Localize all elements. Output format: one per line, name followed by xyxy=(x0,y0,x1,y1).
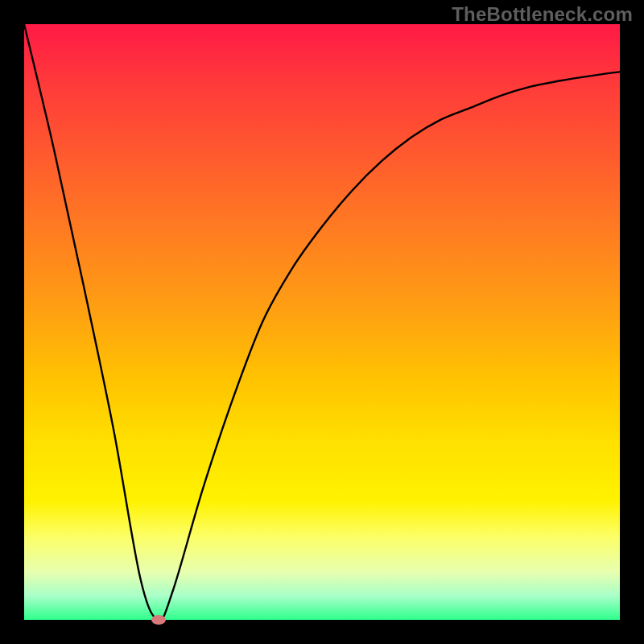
watermark-text: TheBottleneck.com xyxy=(452,3,633,26)
bottleneck-curve xyxy=(24,24,620,620)
plot-area xyxy=(24,24,620,620)
optimal-point-marker xyxy=(151,615,166,625)
chart-frame: TheBottleneck.com xyxy=(0,0,644,644)
